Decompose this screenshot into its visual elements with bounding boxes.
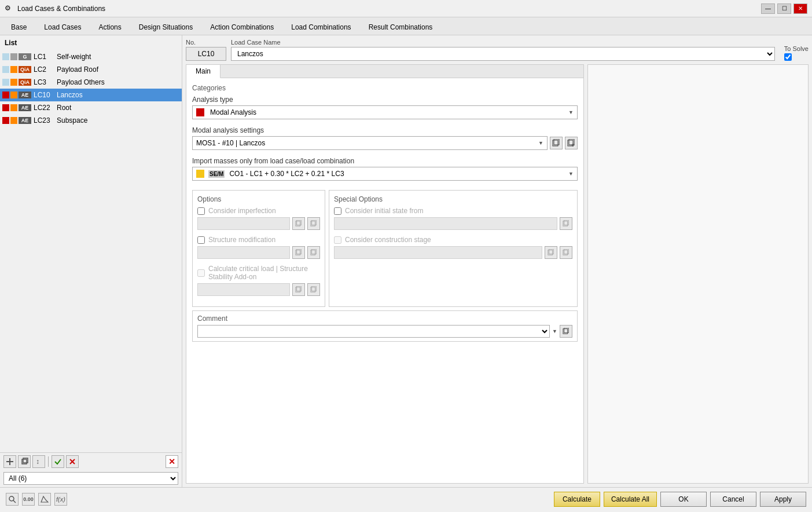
structure-modification-checkbox[interactable] (197, 236, 205, 244)
close-button[interactable]: ✕ (793, 3, 807, 14)
import-masses-badge: SE/M (208, 170, 225, 178)
structure-mod-new-btn[interactable] (307, 246, 320, 259)
minimize-button[interactable]: — (761, 3, 775, 14)
initial-state-btn[interactable] (560, 217, 572, 230)
list-item-badge: G (19, 53, 31, 60)
calculate-all-button[interactable]: Calculate All (604, 492, 657, 507)
ok-button[interactable]: OK (660, 492, 707, 507)
search-icon-btn[interactable] (6, 493, 19, 506)
side-panel (587, 64, 809, 484)
inner-tab-main[interactable]: Main (186, 65, 221, 78)
list-item-code: LC22 (34, 104, 53, 112)
structure-modification-input[interactable] (197, 246, 290, 259)
list-item[interactable]: AELC23Subspace (0, 114, 182, 127)
main-tab-area: Main Categories Analysis type Modal Anal… (186, 64, 809, 484)
list-item[interactable]: AELC22Root (0, 101, 182, 114)
apply-button[interactable]: Apply (760, 492, 806, 507)
move-button[interactable]: ↕ (32, 455, 45, 468)
comment-action-btn[interactable] (560, 325, 572, 338)
list-item-color-left (2, 117, 9, 124)
options-panel: Options Consider imperfection (192, 190, 325, 307)
consider-imperfection-checkbox[interactable] (197, 207, 205, 215)
critical-new-btn[interactable] (307, 283, 320, 296)
imperfection-edit-btn[interactable] (292, 217, 305, 230)
list-item-code: LC10 (34, 91, 53, 99)
cancel-button[interactable]: Cancel (710, 492, 756, 507)
filter-select[interactable]: All (6) (3, 472, 178, 485)
svg-text:↕: ↕ (36, 458, 39, 466)
uncheck-button[interactable] (66, 455, 79, 468)
left-panel: List GLC1Self-weightQiALC2Payload RoofQi… (0, 35, 182, 487)
calculate-critical-checkbox[interactable] (197, 269, 205, 277)
no-input[interactable] (186, 47, 226, 61)
list-item[interactable]: QiALC2Payload Roof (0, 63, 182, 76)
tab-load-combinations[interactable]: Load Combinations (282, 19, 359, 35)
main-content: List GLC1Self-weightQiALC2Payload RoofQi… (0, 35, 812, 487)
imperfection-new-btn[interactable] (307, 217, 320, 230)
consider-initial-state-input[interactable] (334, 217, 557, 230)
calculate-critical-label-row: Calculate critical load | Structure Stab… (197, 265, 320, 281)
list-item[interactable]: QiALC3Payload Others (0, 76, 182, 89)
special-options-title: Special Options (334, 195, 572, 203)
import-masses-field: Import masses only from load case/load c… (192, 157, 578, 181)
delete-button[interactable]: ✕ (166, 455, 178, 468)
to-solve-checkbox[interactable] (784, 53, 792, 61)
consider-initial-state-checkbox[interactable] (334, 207, 341, 215)
modal-settings-combo[interactable]: MOS1 - #10 | Lanczos ▼ (192, 136, 548, 150)
modal-settings-value: MOS1 - #10 | Lanczos (196, 139, 265, 147)
construction-stage-new-btn[interactable] (560, 246, 572, 259)
list-item-badge: QiA (19, 79, 31, 86)
consider-initial-state-field-row (334, 217, 572, 230)
list-item-label: Payload Others (57, 78, 105, 86)
tab-action-combinations[interactable]: Action Combinations (201, 19, 282, 35)
tab-design-situations[interactable]: Design Situations (130, 19, 201, 35)
analysis-type-combo[interactable]: Modal Analysis ▼ (192, 105, 578, 119)
critical-edit-btn[interactable] (292, 283, 305, 296)
consider-construction-stage-input[interactable] (334, 246, 542, 259)
analysis-type-combo-row: Modal Analysis ▼ (192, 105, 578, 119)
calculate-button[interactable]: Calculate (554, 492, 600, 507)
calculate-critical-input[interactable] (197, 283, 290, 296)
analysis-type-value: Modal Analysis (210, 108, 256, 116)
consider-initial-state-row: Consider initial state from (334, 207, 572, 230)
list-item[interactable]: GLC1Self-weight (0, 50, 182, 63)
consider-construction-stage-checkbox[interactable] (334, 236, 341, 244)
bottom-right: Calculate Calculate All OK Cancel Apply (554, 492, 806, 507)
list-item-badge: AE (19, 92, 31, 98)
list-item-color-right (10, 66, 17, 73)
tab-base[interactable]: Base (2, 19, 35, 35)
modal-settings-new-btn[interactable] (565, 137, 578, 149)
map-icon-btn[interactable] (38, 493, 51, 506)
name-select[interactable]: Lanczos (231, 47, 775, 61)
import-masses-combo[interactable]: SE/M CO1 - LC1 + 0.30 * LC2 + 0.21 * LC3… (192, 167, 578, 181)
structure-mod-edit-btn[interactable] (292, 246, 305, 259)
construction-stage-edit-btn[interactable] (545, 246, 557, 259)
comment-select[interactable] (197, 325, 550, 338)
modal-settings-dropdown-arrow: ▼ (538, 140, 543, 146)
consider-initial-state-label-row: Consider initial state from (334, 207, 572, 215)
list-item[interactable]: AELC10Lanczos (0, 89, 182, 101)
structure-modification-label-row: Structure modification (197, 236, 320, 244)
consider-construction-stage-label-row: Consider construction stage (334, 236, 572, 244)
modal-settings-edit-btn[interactable] (550, 137, 563, 149)
consider-imperfection-input[interactable] (197, 217, 290, 230)
analysis-type-dropdown-arrow: ▼ (568, 109, 574, 115)
tab-result-combinations[interactable]: Result Combinations (360, 19, 442, 35)
formula-icon-btn[interactable]: f(x) (54, 493, 67, 506)
options-section-title: Options (197, 195, 320, 203)
options-area: Options Consider imperfection (192, 190, 578, 307)
list-item-code: LC2 (34, 65, 53, 74)
list-item-label: Self-weight (57, 53, 91, 61)
bottom-bar: 0.00 f(x) Calculate Calculate All OK Can… (0, 487, 812, 510)
modal-settings-field: Modal analysis settings MOS1 - #10 | Lan… (192, 126, 578, 150)
tab-load-cases[interactable]: Load Cases (35, 19, 90, 35)
check-button[interactable] (52, 455, 64, 468)
add-button[interactable] (3, 455, 16, 468)
window-title: Load Cases & Combinations (17, 5, 761, 13)
copy-button[interactable] (18, 455, 31, 468)
value-icon-btn[interactable]: 0.00 (22, 493, 35, 506)
tab-actions[interactable]: Actions (90, 19, 130, 35)
maximize-button[interactable]: ☐ (777, 3, 791, 14)
consider-imperfection-label-row: Consider imperfection (197, 207, 320, 215)
to-solve-label: To Solve (784, 45, 809, 52)
